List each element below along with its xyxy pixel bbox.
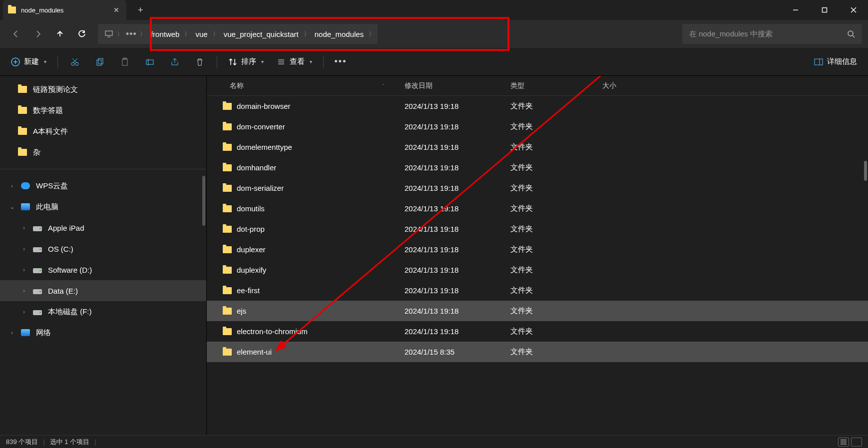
close-tab-icon[interactable]: ✕	[113, 6, 119, 14]
folder-icon	[223, 226, 232, 233]
more-button[interactable]: •••	[330, 52, 352, 72]
forward-button[interactable]	[28, 24, 48, 44]
breadcrumb-segment[interactable]: node_modules	[310, 30, 369, 38]
col-date[interactable]: 修改日期	[405, 81, 510, 90]
scrollbar[interactable]	[864, 161, 867, 181]
sidebar-item[interactable]: 杂	[0, 142, 206, 163]
tab[interactable]: node_modules ✕	[3, 0, 126, 20]
table-row[interactable]: dom-converter 2024/1/13 19:18 文件夹	[207, 116, 868, 137]
chevron-right-icon[interactable]: 〉	[369, 30, 375, 38]
cut-button[interactable]	[64, 52, 86, 72]
refresh-button[interactable]	[72, 24, 92, 44]
breadcrumb[interactable]: 〉 ••• 〉 frontweb 〉 vue 〉 vue_project_qui…	[98, 24, 378, 44]
up-button[interactable]	[50, 24, 70, 44]
sidebar-item[interactable]: ›本地磁盘 (F:)	[0, 301, 206, 322]
main-area: 链路预测论文数学答题A本科文件杂 ›WPS云盘⌄此电脑›Apple iPad›O…	[0, 76, 868, 435]
chevron-right-icon[interactable]: 〉	[140, 30, 146, 38]
expand-icon[interactable]: ›	[21, 267, 27, 273]
expand-icon[interactable]: ›	[21, 309, 27, 315]
new-button[interactable]: 新建 ▾	[6, 52, 51, 72]
breadcrumb-segment[interactable]: frontweb	[146, 30, 185, 38]
back-button[interactable]	[6, 24, 26, 44]
table-row[interactable]: dot-prop 2024/1/13 19:18 文件夹	[207, 219, 868, 239]
share-button[interactable]	[164, 52, 186, 72]
chevron-right-icon[interactable]: 〉	[117, 30, 123, 38]
scrollbar[interactable]	[202, 176, 205, 226]
rename-button[interactable]	[139, 52, 161, 72]
copy-button[interactable]	[89, 52, 111, 72]
sidebar-item[interactable]: ›Software (D:)	[0, 259, 206, 280]
col-type[interactable]: 类型	[510, 81, 602, 90]
folder-icon	[223, 103, 232, 110]
expand-icon[interactable]: ›	[21, 246, 27, 252]
table-row[interactable]: electron-to-chromium 2024/1/13 19:18 文件夹	[207, 321, 868, 342]
expand-icon[interactable]: ›	[21, 288, 27, 294]
table-row[interactable]: domutils 2024/1/13 19:18 文件夹	[207, 198, 868, 219]
col-name[interactable]: 名称˄	[207, 81, 405, 90]
delete-button[interactable]	[189, 52, 211, 72]
breadcrumb-ellipsis[interactable]: •••	[123, 29, 140, 39]
table-row[interactable]: element-ui 2024/1/15 8:35 文件夹	[207, 342, 868, 362]
col-size[interactable]: 大小	[602, 81, 868, 90]
chevron-right-icon[interactable]: 〉	[304, 30, 310, 38]
titlebar: node_modules ✕ +	[0, 0, 868, 20]
expand-icon[interactable]: ›	[21, 225, 27, 231]
tab-title: node_modules	[21, 6, 63, 14]
sidebar-item[interactable]: ›OS (C:)	[0, 238, 206, 259]
sidebar-item-label: 数学答题	[33, 106, 63, 115]
table-row[interactable]: ejs 2024/1/13 19:18 文件夹	[207, 301, 868, 321]
new-tab-button[interactable]: +	[130, 5, 150, 15]
sidebar-item[interactable]: ›WPS云盘	[0, 175, 206, 196]
table-row[interactable]: dom-serializer 2024/1/13 19:18 文件夹	[207, 178, 868, 198]
maximize-button[interactable]	[810, 0, 839, 20]
folder-icon	[223, 185, 232, 192]
sidebar-item[interactable]: A本科文件	[0, 121, 206, 142]
sidebar-item[interactable]: ⌄此电脑	[0, 196, 206, 217]
file-date: 2024/1/13 19:18	[405, 184, 510, 192]
file-type: 文件夹	[510, 101, 602, 111]
breadcrumb-segment[interactable]: vue	[190, 30, 212, 38]
expand-icon[interactable]: ›	[9, 183, 15, 189]
expand-icon[interactable]: ⌄	[9, 204, 15, 210]
table-row[interactable]: ee-first 2024/1/13 19:18 文件夹	[207, 280, 868, 301]
minimize-button[interactable]	[781, 0, 810, 20]
chevron-right-icon[interactable]: 〉	[184, 30, 190, 38]
sidebar-item[interactable]: ›网络	[0, 322, 206, 343]
status-selected: 选中 1 个项目	[50, 438, 89, 447]
sidebar-item[interactable]: ›Apple iPad	[0, 217, 206, 238]
pc-icon[interactable]	[101, 24, 117, 44]
divider	[217, 55, 217, 68]
file-date: 2024/1/13 19:18	[405, 102, 510, 110]
folder-icon	[18, 86, 27, 93]
column-headers: 名称˄ 修改日期 类型 大小	[207, 76, 868, 96]
table-row[interactable]: duplexer 2024/1/13 19:18 文件夹	[207, 239, 868, 260]
close-window-button[interactable]	[839, 0, 868, 20]
sidebar-item[interactable]: ›Data (E:)	[0, 280, 206, 301]
expand-icon[interactable]: ›	[9, 330, 15, 336]
large-icons-view-icon[interactable]	[851, 438, 862, 447]
table-row[interactable]: domelementtype 2024/1/13 19:18 文件夹	[207, 137, 868, 157]
view-button[interactable]: 查看 ▾	[272, 52, 317, 72]
details-pane-button[interactable]: 详细信息	[809, 52, 862, 72]
search-input[interactable]: 在 node_modules 中搜索	[682, 24, 862, 44]
svg-point-6	[848, 31, 853, 36]
chevron-right-icon[interactable]: 〉	[213, 30, 219, 38]
folder-icon	[223, 164, 232, 171]
file-date: 2024/1/13 19:18	[405, 122, 510, 131]
table-row[interactable]: domain-browser 2024/1/13 19:18 文件夹	[207, 96, 868, 116]
cloud-icon	[21, 182, 30, 189]
table-row[interactable]: duplexify 2024/1/13 19:18 文件夹	[207, 260, 868, 280]
file-date: 2024/1/13 19:18	[405, 163, 510, 172]
drive-icon	[33, 268, 42, 273]
sort-button[interactable]: 排序 ▾	[223, 52, 269, 72]
sidebar-item[interactable]: 链路预测论文	[0, 79, 206, 100]
breadcrumb-segment[interactable]: vue_project_quickstart	[219, 30, 304, 38]
svg-rect-24	[815, 59, 823, 65]
sidebar-item[interactable]: 数学答题	[0, 100, 206, 121]
table-row[interactable]: domhandler 2024/1/13 19:18 文件夹	[207, 157, 868, 178]
details-view-icon[interactable]	[838, 438, 849, 447]
paste-button[interactable]	[114, 52, 136, 72]
address-bar-row: 〉 ••• 〉 frontweb 〉 vue 〉 vue_project_qui…	[0, 20, 868, 48]
folder-icon	[223, 349, 232, 356]
file-name: ee-first	[237, 286, 260, 295]
